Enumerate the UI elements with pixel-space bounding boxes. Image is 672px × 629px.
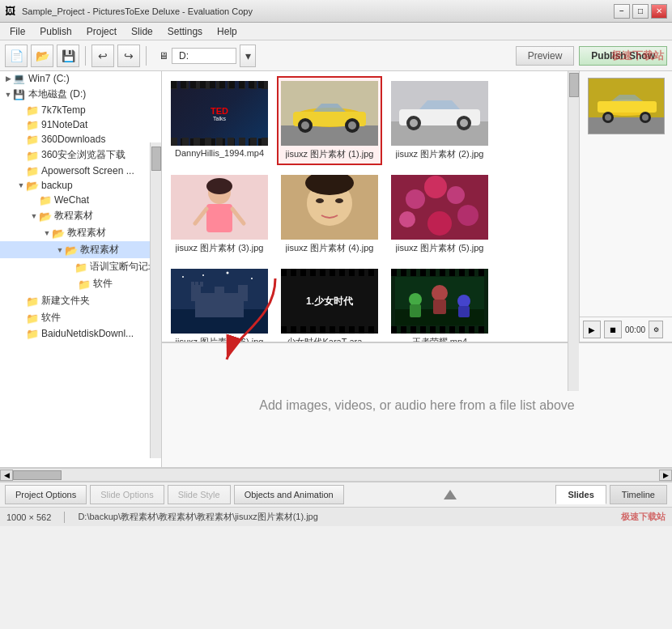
svg-point-16: [460, 119, 468, 127]
svg-rect-41: [191, 282, 194, 287]
file-item-flowers[interactable]: jisuxz 图片素材 (5).jpg: [387, 170, 492, 259]
preview-panel: ▶ ⏹ 00:00 ⚙: [579, 71, 672, 342]
scroll-right-button[interactable]: ▶: [659, 470, 672, 481]
svg-rect-42: [195, 282, 198, 287]
sidebar-item-c-drive[interactable]: ▶ 💻 Win7 (C:): [0, 71, 161, 86]
menu-publish[interactable]: Publish: [33, 24, 78, 39]
preview-button[interactable]: Preview: [516, 46, 575, 66]
svg-point-54: [457, 295, 470, 308]
sidebar-item-7k7ktemp[interactable]: 📁 7k7kTemp: [0, 103, 161, 117]
scroll-left-button[interactable]: ◀: [0, 470, 13, 481]
sidebar-item-jiaocheng3[interactable]: ▼ 📂 教程素材: [0, 241, 161, 258]
dimensions-display: 1000 × 562: [6, 512, 51, 522]
path-selector: 🖥 D: ▾: [159, 45, 256, 67]
sidebar-item-ruanjian1[interactable]: 📁 软件: [0, 275, 161, 292]
sidebar-item-d-drive[interactable]: ▼ 💾 本地磁盘 (D:): [0, 86, 161, 103]
svg-rect-43: [200, 282, 203, 287]
svg-point-50: [409, 293, 422, 306]
file-item-face[interactable]: jisuxz 图片素材 (4).jpg: [277, 170, 382, 259]
sidebar-item-apowersoft[interactable]: 📁 Apowersoft Screen ...: [0, 164, 161, 178]
title-bar: 🖼 Sample_Project - PicturesToExe Deluxe …: [0, 0, 672, 23]
play-button[interactable]: ▶: [583, 321, 601, 338]
svg-point-8: [348, 121, 356, 130]
horizontal-scrollbar[interactable]: ◀ ▶: [0, 468, 672, 481]
svg-rect-57: [589, 117, 665, 134]
menu-settings[interactable]: Settings: [161, 24, 209, 39]
file-item-girl-pink[interactable]: jisuxz 图片素材 (3).jpg: [167, 170, 272, 259]
svg-point-22: [206, 178, 232, 194]
timeline-tab[interactable]: Timeline: [610, 485, 667, 504]
slide-style-button[interactable]: Slide Style: [168, 485, 231, 504]
new-button[interactable]: 📄: [5, 45, 28, 67]
file-name: jisuxz 图片素材 (1).jpg: [286, 148, 374, 160]
drop-area[interactable]: Add images, videos, or audio here from a…: [162, 342, 672, 467]
sidebar-item-jiaocheng1[interactable]: ▼ 📂 教程素材: [0, 207, 161, 224]
svg-point-34: [427, 211, 452, 236]
path-icon: 🖥: [159, 50, 168, 62]
sidebar-item-yuxun[interactable]: 📁 语训宝断句记录: [0, 258, 161, 275]
toolbar: 📄 📂 💾 ↩ ↪ 🖥 D: ▾ Preview Publish Show: [0, 40, 672, 71]
path-dropdown[interactable]: ▾: [240, 45, 256, 67]
svg-rect-55: [458, 306, 470, 317]
sidebar-item-newfolder[interactable]: 📁 新建文件夹: [0, 292, 161, 309]
preview-thumbnail: [588, 78, 665, 134]
sidebar-item-360downloads[interactable]: 📁 360Downloads: [0, 132, 161, 147]
svg-point-27: [335, 198, 343, 203]
sidebar-item-jiaocheng2[interactable]: ▼ 📂 教程素材: [0, 224, 161, 241]
minimize-button[interactable]: −: [614, 4, 630, 19]
svg-rect-53: [433, 300, 446, 314]
sidebar-item-baidu[interactable]: 📁 BaiduNetdiskDownl...: [0, 326, 161, 341]
stop-button[interactable]: ⏹: [604, 321, 622, 338]
svg-point-32: [457, 205, 478, 226]
project-options-button[interactable]: Project Options: [5, 485, 87, 504]
path-display[interactable]: D:: [172, 48, 236, 64]
status-bar: 1000 × 562 D:\backup\教程素材\教程素材\教程素材\jisu…: [0, 507, 672, 526]
time-display: 00:00: [625, 325, 645, 334]
drop-instruction: Add images, videos, or audio here from a…: [259, 398, 575, 413]
file-item-game[interactable]: 王者荣耀.mp4: [387, 264, 492, 342]
svg-point-14: [410, 119, 418, 127]
svg-rect-59: [598, 101, 657, 113]
undo-button[interactable]: ↩: [91, 45, 114, 67]
file-item-car-yellow[interactable]: jisuxz 图片素材 (1).jpg: [277, 76, 382, 165]
svg-rect-19: [206, 204, 232, 232]
tab-buttons: Slides Timeline: [555, 485, 667, 504]
menu-slide[interactable]: Slide: [125, 24, 159, 39]
sidebar-item-ruanjian2[interactable]: 📁 软件: [0, 309, 161, 326]
svg-point-30: [424, 176, 447, 198]
menu-help[interactable]: Help: [211, 24, 244, 39]
sidebar-item-360browser[interactable]: 📁 360安全浏览器下载: [0, 147, 161, 164]
sidebar-item-backup[interactable]: ▼ 📂 backup: [0, 178, 161, 193]
file-name: jisuxz 图片素材 (3).jpg: [176, 242, 264, 254]
svg-point-29: [406, 189, 425, 209]
close-button[interactable]: ✕: [651, 4, 667, 19]
preview-controls: ▶ ⏹ 00:00 ⚙: [580, 317, 672, 342]
sidebar-item-91notedat[interactable]: 📁 91NoteDat: [0, 117, 161, 132]
slide-options-button[interactable]: Slide Options: [90, 485, 164, 504]
objects-animation-button[interactable]: Objects and Animation: [234, 485, 344, 504]
svg-rect-51: [410, 304, 421, 317]
watermark-bottom: 极速下载站: [621, 511, 666, 523]
publish-button[interactable]: Publish Show: [579, 46, 667, 66]
open-button[interactable]: 📂: [31, 45, 53, 67]
svg-point-31: [447, 186, 465, 204]
file-name: jisuxz 图片素材 (4).jpg: [286, 242, 374, 254]
file-name: jisuxz 图片素材 (2).jpg: [396, 148, 484, 160]
window-title: Sample_Project - PicturesToExe Deluxe - …: [22, 6, 253, 16]
redo-button[interactable]: ↪: [117, 45, 140, 67]
maximize-button[interactable]: □: [632, 4, 649, 19]
menu-project[interactable]: Project: [80, 24, 123, 39]
settings-button[interactable]: ⚙: [649, 321, 663, 338]
svg-rect-1: [281, 125, 378, 146]
svg-point-33: [399, 211, 415, 227]
slides-tab[interactable]: Slides: [555, 485, 606, 504]
file-item-video1[interactable]: TED Talks DannyHillis_1994.mp4: [167, 76, 272, 165]
window-controls[interactable]: − □ ✕: [614, 4, 667, 19]
file-name: 王者荣耀.mp4: [412, 336, 467, 342]
save-button[interactable]: 💾: [57, 45, 79, 67]
file-item-car-white[interactable]: jisuxz 图片素材 (2).jpg: [387, 76, 492, 165]
svg-point-6: [301, 121, 309, 130]
menu-file[interactable]: File: [3, 24, 32, 39]
sidebar-item-wechat[interactable]: 📁 WeChat: [0, 193, 161, 207]
file-name: jisuxz 图片素材 (5).jpg: [396, 242, 484, 254]
